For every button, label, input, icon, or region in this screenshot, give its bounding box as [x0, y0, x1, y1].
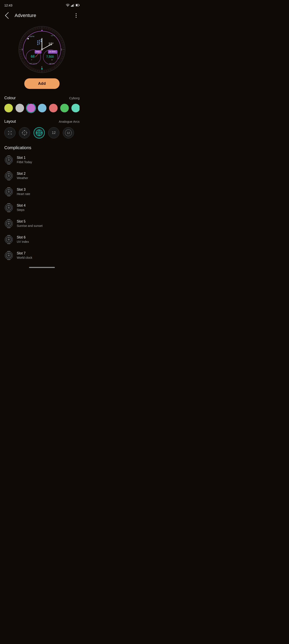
back-button[interactable]: [3, 11, 12, 20]
svg-point-102: [26, 132, 27, 134]
svg-point-109: [25, 134, 26, 135]
svg-point-114: [41, 132, 42, 133]
svg-rect-82: [39, 42, 40, 42]
svg-point-113: [39, 130, 39, 131]
layout-circles-icon: [36, 129, 42, 136]
complication-slot-label-7: Slot 7: [17, 251, 80, 256]
complication-item-3[interactable]: Slot 3 Heart rate: [0, 184, 84, 200]
svg-rect-3: [73, 4, 74, 7]
add-button[interactable]: Add: [24, 78, 59, 89]
complication-slot-value-4: Steps: [17, 208, 80, 212]
svg-point-90: [41, 49, 42, 50]
watch-icon: [4, 171, 13, 180]
complication-item-5[interactable]: Slot 5 Sunrise and sunset: [0, 216, 84, 232]
more-dots-icon: [76, 13, 76, 18]
colour-swatch-yellow-green[interactable]: [4, 104, 13, 112]
layout-label: Layout: [4, 119, 16, 124]
complication-text-5: Slot 5 Sunrise and sunset: [17, 219, 80, 228]
layout-option-dots-light[interactable]: [19, 127, 30, 138]
more-options-button[interactable]: [72, 11, 80, 20]
svg-point-131: [8, 176, 9, 176]
svg-point-101: [24, 130, 25, 131]
svg-point-152: [8, 223, 9, 224]
svg-line-60: [39, 27, 40, 28]
svg-rect-85: [39, 43, 40, 44]
complication-text-2: Slot 2 Weather: [17, 171, 80, 180]
colour-swatch-purple[interactable]: [27, 104, 35, 112]
svg-line-12: [44, 27, 44, 28]
svg-text:◉ FULL: ◉ FULL: [49, 63, 55, 64]
svg-line-37: [39, 70, 40, 72]
complication-item-1[interactable]: Slot 1 Fitbit Today: [0, 152, 84, 168]
complication-slot-label-4: Slot 4: [17, 203, 80, 208]
svg-point-167: [8, 253, 9, 254]
status-icons: [66, 4, 80, 7]
watch-icon: [4, 219, 13, 228]
complication-item-4[interactable]: Slot 4 Steps: [0, 200, 84, 216]
svg-point-112: [38, 132, 40, 134]
layout-current-value: Analogue Arcs: [59, 120, 80, 123]
svg-text:THU: THU: [36, 50, 40, 53]
svg-rect-0: [71, 6, 72, 7]
complication-slot-value-6: UV index: [17, 240, 80, 244]
svg-rect-78: [37, 40, 38, 42]
colour-current-value: Cyborg: [69, 96, 80, 100]
layout-option-circles[interactable]: [33, 127, 45, 138]
svg-text:68: 68: [31, 55, 35, 58]
svg-text:UV 3: UV 3: [51, 35, 55, 36]
svg-text:7,500: 7,500: [46, 55, 54, 58]
svg-text:12: 12: [67, 131, 70, 134]
svg-rect-6: [76, 4, 78, 6]
app-bar: Adventure: [0, 10, 84, 22]
complication-slot-value-7: World clock: [17, 256, 80, 260]
layout-section-header: Layout Analogue Arcs: [4, 119, 80, 124]
complication-slot-value-3: Heart rate: [17, 192, 80, 196]
svg-text:24 MAY: 24 MAY: [49, 50, 56, 53]
complication-slot-label-6: Slot 6: [17, 235, 80, 240]
layout-option-number-12-ring[interactable]: 12: [63, 127, 74, 138]
svg-rect-81: [37, 42, 38, 43]
complication-slot-label-3: Slot 3: [17, 187, 80, 192]
complication-slot-value-2: Weather: [17, 176, 80, 180]
svg-point-138: [8, 191, 9, 192]
watch-icon: [4, 251, 13, 260]
complication-item-6[interactable]: Slot 6 UV index: [0, 232, 84, 248]
colour-swatch-light-blue[interactable]: [38, 104, 46, 112]
signal-icon: [71, 4, 74, 7]
complication-item-7[interactable]: Slot 7 World clock: [0, 248, 84, 264]
svg-point-125: [8, 158, 9, 158]
complication-text-3: Slot 3 Heart rate: [17, 187, 80, 196]
svg-text:6:32PM: 6:32PM: [28, 36, 34, 38]
layout-option-dots-dark[interactable]: [4, 127, 15, 138]
svg-point-108: [22, 134, 23, 135]
svg-point-116: [36, 132, 37, 133]
complications-list: Slot 1 Fitbit Today Slot 2 Weather: [0, 152, 84, 264]
battery-icon: [76, 4, 80, 7]
layout-number-icon: 12: [52, 131, 56, 135]
svg-text:NYC 10:10: NYC 10:10: [29, 63, 37, 64]
svg-point-111: [37, 131, 41, 134]
svg-point-96: [8, 131, 9, 132]
colour-swatches: [4, 104, 80, 113]
nav-pill: [29, 267, 55, 268]
svg-point-110: [36, 130, 42, 136]
status-bar: 12:43: [0, 0, 84, 10]
layout-options: 12 12: [4, 127, 80, 138]
layout-option-number-12[interactable]: 12: [48, 127, 59, 138]
complication-slot-value-1: Fitbit Today: [17, 160, 80, 164]
colour-swatch-light-gray[interactable]: [15, 104, 24, 112]
svg-point-145: [8, 207, 9, 208]
svg-rect-5: [79, 5, 80, 6]
colour-swatch-green[interactable]: [60, 104, 69, 112]
svg-point-105: [24, 132, 25, 133]
colour-swatch-cyan[interactable]: [71, 104, 80, 112]
page-title: Adventure: [15, 13, 72, 18]
wifi-icon: [66, 4, 70, 7]
back-arrow-icon: [5, 12, 11, 19]
svg-point-106: [25, 131, 26, 132]
svg-point-159: [8, 239, 9, 240]
colour-swatch-coral[interactable]: [49, 104, 58, 112]
svg-rect-84: [37, 44, 38, 45]
complication-item-2[interactable]: Slot 2 Weather: [0, 168, 84, 184]
svg-rect-83: [41, 41, 42, 42]
